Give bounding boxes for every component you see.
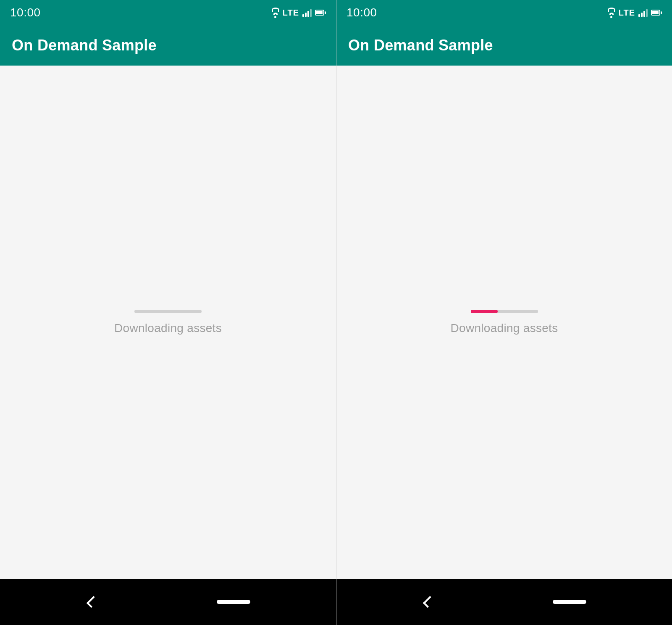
lte-label-left: LTE <box>283 8 299 18</box>
signal-bars-right <box>638 8 648 17</box>
screen-content-right: Downloading assets <box>336 66 672 579</box>
back-chevron-left <box>86 593 96 610</box>
progress-bar-left <box>134 310 202 313</box>
battery-icon-right <box>651 10 662 16</box>
wifi-dot-right <box>610 16 612 18</box>
status-bar-right: 10:00 LTE <box>336 0 672 25</box>
wifi-icon-left <box>272 8 279 18</box>
phone-screen-right: 10:00 LTE <box>336 0 672 625</box>
progress-fill-right <box>471 310 498 313</box>
lte-label-right: LTE <box>619 8 635 18</box>
app-title-right: On Demand Sample <box>348 37 493 54</box>
phone-screen-left: 10:00 LTE <box>0 0 336 625</box>
home-button-right[interactable] <box>553 600 586 604</box>
status-time-right: 10:00 <box>346 6 377 19</box>
progress-bar-right <box>471 310 538 313</box>
home-pill-left <box>217 600 250 604</box>
nav-bar-left <box>0 579 336 625</box>
nav-bar-right <box>336 579 672 625</box>
app-title-left: On Demand Sample <box>12 37 157 54</box>
wifi-icon-right <box>608 8 615 18</box>
back-button-left[interactable] <box>86 593 96 610</box>
wifi-dot-left <box>274 16 276 18</box>
app-bar-right: On Demand Sample <box>336 25 672 66</box>
back-chevron-right <box>422 593 432 610</box>
signal-bars-left <box>302 8 312 17</box>
back-button-right[interactable] <box>422 593 432 610</box>
screen-content-left: Downloading assets <box>0 66 336 579</box>
app-bar-left: On Demand Sample <box>0 25 336 66</box>
home-pill-right <box>553 600 586 604</box>
status-icons-left: LTE <box>272 8 326 18</box>
home-button-left[interactable] <box>217 600 250 604</box>
loading-area-left: Downloading assets <box>114 310 222 335</box>
battery-icon-left <box>315 10 326 16</box>
status-bar-left: 10:00 LTE <box>0 0 336 25</box>
status-time-left: 10:00 <box>10 6 41 19</box>
downloading-text-left: Downloading assets <box>114 322 222 335</box>
downloading-text-right: Downloading assets <box>451 322 558 335</box>
status-icons-right: LTE <box>608 8 662 18</box>
loading-area-right: Downloading assets <box>451 310 558 335</box>
